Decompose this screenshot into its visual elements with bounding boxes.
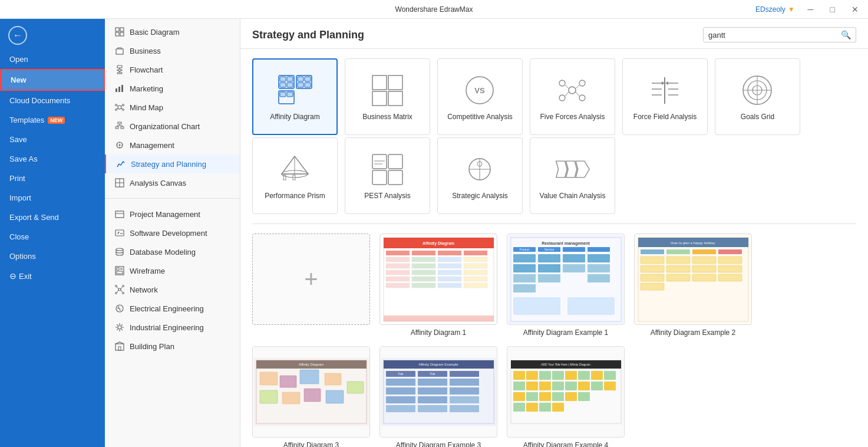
svg-point-47 bbox=[115, 285, 117, 287]
svg-rect-38 bbox=[115, 230, 124, 236]
category-item-electrical[interactable]: Electrical Engineering bbox=[105, 299, 240, 318]
svg-rect-189 bbox=[692, 274, 716, 281]
sidebar-item-import[interactable]: Import bbox=[0, 188, 105, 208]
svg-rect-225 bbox=[450, 396, 479, 403]
category-item-building[interactable]: Building Plan bbox=[105, 337, 240, 356]
category-item-wireframe[interactable]: Wireframe bbox=[105, 261, 240, 280]
sidebar-item-export[interactable]: Export & Send bbox=[0, 208, 105, 227]
sidebar-item-templates[interactable]: Templates NEW bbox=[0, 110, 105, 130]
diagram-type-business-matrix[interactable]: Business Matrix bbox=[345, 58, 430, 135]
category-item-network[interactable]: Network bbox=[105, 280, 240, 299]
svg-rect-125 bbox=[412, 251, 435, 255]
search-input[interactable] bbox=[708, 31, 841, 40]
management-icon bbox=[114, 140, 125, 150]
template-affinity-ex1[interactable]: Restaurant management Product Service bbox=[507, 234, 625, 337]
category-item-management[interactable]: Management bbox=[105, 136, 240, 155]
industrial-icon bbox=[114, 322, 125, 333]
diagram-type-performance-prism[interactable]: Performance Prism bbox=[252, 137, 338, 214]
affinity-ex4-thumb: ADD Your Title Here | Affinity Diagram bbox=[507, 346, 625, 438]
sidebar-item-options[interactable]: Options bbox=[0, 246, 105, 266]
template-affinity-ex4[interactable]: ADD Your Title Here | Affinity Diagram bbox=[507, 346, 625, 447]
svg-rect-107 bbox=[372, 155, 387, 169]
svg-rect-73 bbox=[388, 75, 402, 90]
svg-rect-134 bbox=[438, 264, 461, 268]
svg-line-52 bbox=[121, 287, 123, 289]
template-affinity3[interactable]: Affinity Diagram bbox=[252, 346, 370, 447]
diagram-type-strategic[interactable]: Strategic Analysis bbox=[437, 137, 523, 214]
template-affinity-ex2[interactable]: How to plan a happy holiday bbox=[634, 234, 752, 337]
svg-rect-133 bbox=[412, 264, 435, 268]
category-item-mindmap[interactable]: Mind Map bbox=[105, 98, 240, 117]
diagram-type-five-forces[interactable]: Five Forces Analysis bbox=[530, 58, 615, 135]
template-affinity1[interactable]: Affinity Diagram bbox=[379, 234, 497, 337]
diagram-type-force-field[interactable]: Force Field Analysis bbox=[622, 58, 708, 135]
svg-rect-143 bbox=[464, 277, 487, 281]
category-item-basic[interactable]: Basic Diagram bbox=[105, 22, 240, 41]
svg-rect-158 bbox=[513, 254, 536, 262]
diagram-types-grid: Affinity Diagram Business Matrix bbox=[252, 58, 856, 135]
svg-rect-161 bbox=[513, 284, 536, 292]
svg-text:Title: Title bbox=[398, 372, 403, 376]
svg-rect-135 bbox=[464, 264, 487, 268]
svg-rect-222 bbox=[418, 405, 447, 412]
svg-rect-168 bbox=[588, 264, 610, 272]
search-box[interactable]: 🔍 bbox=[703, 27, 856, 42]
sidebar-item-cloud[interactable]: Cloud Documents bbox=[0, 91, 105, 110]
sidebar-item-open[interactable]: Open bbox=[0, 50, 105, 69]
svg-rect-163 bbox=[538, 264, 560, 272]
svg-point-40 bbox=[116, 248, 123, 251]
category-item-software[interactable]: Software Development bbox=[105, 224, 240, 242]
sidebar-item-new[interactable]: New bbox=[0, 69, 105, 91]
svg-marker-95 bbox=[665, 81, 668, 85]
back-button[interactable]: ← bbox=[0, 21, 105, 50]
diagram-type-goals-grid[interactable]: Goals Grid bbox=[715, 58, 800, 135]
svg-rect-238 bbox=[604, 371, 616, 380]
svg-rect-1 bbox=[120, 28, 124, 31]
svg-line-51 bbox=[117, 287, 118, 289]
svg-rect-217 bbox=[386, 396, 415, 403]
svg-rect-7 bbox=[117, 73, 122, 74]
category-item-flowchart[interactable]: Flowchart bbox=[105, 60, 240, 79]
performance-prism-icon bbox=[278, 152, 313, 187]
close-button[interactable]: ✕ bbox=[848, 4, 862, 15]
diagram-type-value-chain[interactable]: Value Chain Analysis bbox=[530, 137, 615, 214]
sidebar-item-saveas[interactable]: Save As bbox=[0, 149, 105, 169]
svg-rect-242 bbox=[552, 382, 564, 390]
template-affinity-ex3[interactable]: Affinity Diagram Example Title Title bbox=[379, 346, 497, 447]
sidebar-item-exit[interactable]: ⊖ Exit bbox=[0, 266, 105, 286]
flowchart-icon bbox=[114, 64, 125, 75]
svg-rect-191 bbox=[718, 265, 742, 272]
diagram-type-affinity[interactable]: Affinity Diagram bbox=[252, 58, 338, 135]
maximize-button[interactable]: □ bbox=[827, 4, 839, 15]
analysis-icon bbox=[114, 178, 125, 188]
diagram-type-pest[interactable]: PEST Analysis bbox=[345, 137, 430, 214]
category-item-business[interactable]: Business bbox=[105, 41, 240, 60]
svg-rect-200 bbox=[325, 373, 341, 385]
category-item-orgchart[interactable]: Organizational Chart bbox=[105, 117, 240, 136]
category-item-strategy[interactable]: Strategy and Planning bbox=[105, 155, 240, 173]
svg-rect-145 bbox=[412, 283, 435, 288]
sidebar-item-close[interactable]: Close bbox=[0, 227, 105, 246]
username-label: EDszeoly bbox=[755, 5, 786, 14]
template-new-blank[interactable]: + bbox=[252, 234, 370, 337]
category-item-industrial[interactable]: Industrial Engineering bbox=[105, 318, 240, 337]
svg-rect-108 bbox=[388, 155, 402, 169]
minimize-button[interactable]: ─ bbox=[804, 4, 817, 15]
svg-rect-66 bbox=[305, 77, 311, 81]
svg-rect-74 bbox=[372, 91, 387, 106]
category-item-project[interactable]: Project Management bbox=[105, 205, 240, 224]
category-item-database[interactable]: Database Modeling bbox=[105, 242, 240, 261]
sidebar-item-save[interactable]: Save bbox=[0, 130, 105, 149]
category-item-marketing[interactable]: Marketing bbox=[105, 79, 240, 98]
sidebar-item-print[interactable]: Print bbox=[0, 169, 105, 188]
svg-rect-5 bbox=[117, 65, 122, 68]
business-matrix-label: Business Matrix bbox=[359, 113, 416, 121]
marketing-icon bbox=[114, 83, 125, 94]
search-icon[interactable]: 🔍 bbox=[841, 30, 851, 40]
svg-rect-157 bbox=[588, 247, 610, 252]
diagram-type-competitive[interactable]: VS Competitive Analysis bbox=[437, 58, 523, 135]
category-item-analysis[interactable]: Analysis Canvas bbox=[105, 173, 240, 192]
svg-rect-22 bbox=[118, 122, 121, 124]
five-forces-label: Five Forces Analysis bbox=[536, 113, 608, 121]
svg-rect-254 bbox=[526, 403, 538, 412]
